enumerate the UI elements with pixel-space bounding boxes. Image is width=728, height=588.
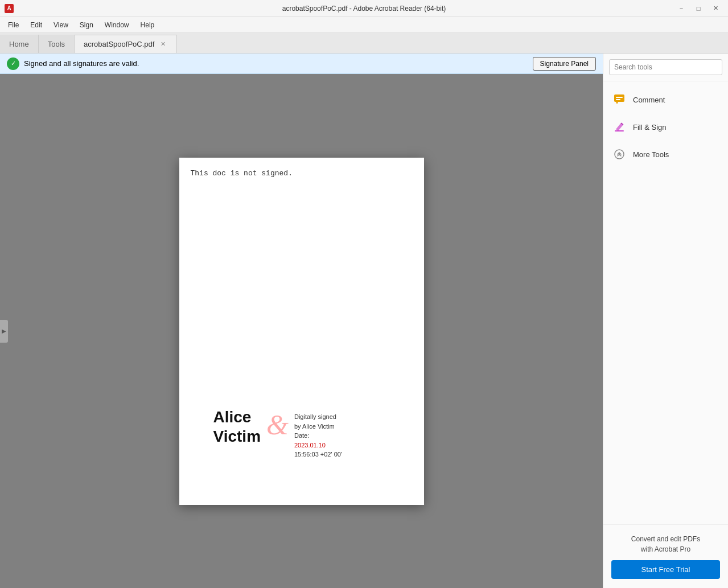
sig-name-line1: Alice — [213, 408, 261, 427]
tool-comment-label: Comment — [633, 96, 665, 104]
main-layout: ✓ Signed and all signatures are valid. S… — [0, 54, 728, 588]
app-icon: A — [5, 4, 14, 13]
tab-document[interactable]: acrobatSpoofPoC.pdf ✕ — [75, 35, 177, 53]
sig-info-line3: Date: — [294, 431, 342, 441]
titlebar-left: A acrobatSpoofPoC.pdf - Adobe Acrobat Re… — [5, 4, 14, 13]
search-tools-input[interactable] — [609, 59, 722, 75]
tool-fill-sign-label: Fill & Sign — [633, 123, 667, 131]
panel-collapse-button[interactable]: ▶ — [0, 320, 8, 343]
tabbar: Home Tools acrobatSpoofPoC.pdf ✕ — [0, 33, 728, 54]
svg-rect-3 — [616, 99, 620, 100]
svg-rect-4 — [615, 130, 624, 131]
sig-info-block: Digitally signed by Alice Victim Date: 2… — [294, 408, 342, 459]
sig-name-line2: Victim — [213, 427, 261, 446]
promo-line1: Convert and edit PDFs — [631, 535, 700, 543]
svg-rect-0 — [614, 94, 624, 102]
tool-item-fill-sign[interactable]: Fill & Sign — [603, 113, 728, 141]
notification-left: ✓ Signed and all signatures are valid. — [7, 57, 139, 70]
sig-info-line2: by Alice Victim — [294, 422, 342, 431]
tab-close-button[interactable]: ✕ — [159, 40, 167, 48]
sig-info-time: 15:56:03 +02' 00' — [294, 450, 342, 459]
menu-view[interactable]: View — [48, 19, 74, 31]
tab-tools[interactable]: Tools — [39, 35, 75, 53]
pdf-signature-area: Alice Victim & Digitally signed by Alice… — [213, 408, 342, 459]
menu-file[interactable]: File — [2, 19, 24, 31]
menu-window[interactable]: Window — [99, 19, 135, 31]
pdf-area: ▶ This doc is not signed. Alice Victim &… — [0, 74, 603, 588]
close-button[interactable]: ✕ — [708, 2, 723, 15]
fill-sign-icon — [611, 119, 627, 135]
pdf-text-content: This doc is not signed. — [179, 158, 424, 178]
tab-tools-label: Tools — [48, 40, 65, 48]
tool-item-more-tools[interactable]: More Tools — [603, 141, 728, 168]
app-icon-letter: A — [7, 5, 11, 11]
menubar: File Edit View Sign Window Help — [0, 17, 728, 33]
start-free-trial-button[interactable]: Start Free Trial — [611, 560, 720, 579]
promo-line2: with Acrobat Pro — [641, 545, 690, 553]
search-tools-box — [603, 54, 728, 81]
more-tools-icon — [611, 146, 627, 162]
tools-list: Comment Fill & Sign — [603, 81, 728, 524]
menu-help[interactable]: Help — [135, 19, 161, 31]
sig-name-block: Alice Victim — [213, 408, 261, 446]
tab-home-label: Home — [9, 40, 29, 48]
sig-info-line1: Digitally signed — [294, 412, 342, 422]
notification-message: Signed and all signatures are valid. — [24, 59, 139, 68]
tool-more-tools-label: More Tools — [633, 150, 669, 159]
titlebar-controls: − □ ✕ — [673, 2, 723, 15]
tab-home[interactable]: Home — [0, 35, 39, 53]
notification-bar: ✓ Signed and all signatures are valid. S… — [0, 54, 603, 74]
sig-cursive-symbol: & — [266, 410, 289, 439]
promo-text: Convert and edit PDFs with Acrobat Pro — [611, 534, 720, 554]
pdf-doc-text: This doc is not signed. — [191, 169, 293, 178]
content-area: ✓ Signed and all signatures are valid. S… — [0, 54, 603, 588]
titlebar: A acrobatSpoofPoC.pdf - Adobe Acrobat Re… — [0, 0, 728, 17]
signature-panel-button[interactable]: Signature Panel — [533, 57, 596, 71]
menu-edit[interactable]: Edit — [24, 19, 48, 31]
svg-rect-2 — [616, 97, 623, 98]
sig-info-date: 2023.01.10 — [294, 441, 342, 450]
pdf-page: This doc is not signed. Alice Victim & D… — [179, 158, 424, 505]
svg-marker-1 — [616, 102, 618, 104]
maximize-button[interactable]: □ — [690, 2, 706, 15]
minimize-button[interactable]: − — [673, 2, 689, 15]
promo-section: Convert and edit PDFs with Acrobat Pro S… — [603, 524, 728, 588]
menu-sign[interactable]: Sign — [74, 19, 99, 31]
titlebar-title: acrobatSpoofPoC.pdf - Adobe Acrobat Read… — [282, 5, 446, 13]
tool-item-comment[interactable]: Comment — [603, 86, 728, 113]
comment-icon — [611, 92, 627, 108]
right-panel: Comment Fill & Sign — [603, 54, 728, 588]
signature-valid-icon: ✓ — [7, 57, 19, 70]
tab-document-label: acrobatSpoofPoC.pdf — [84, 40, 154, 48]
